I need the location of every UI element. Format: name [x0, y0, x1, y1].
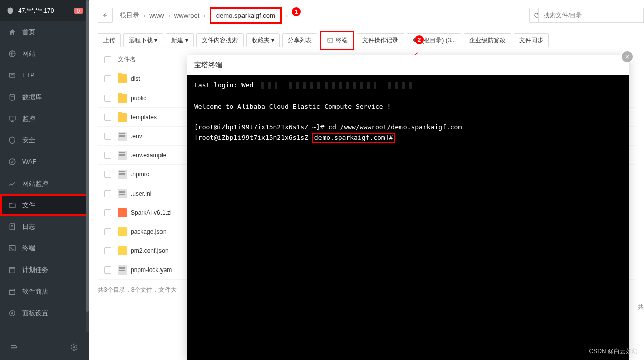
gear-icon[interactable] [70, 343, 78, 351]
arrow-left-icon [102, 12, 108, 18]
row-checkbox[interactable] [104, 152, 111, 159]
search-input[interactable] [538, 8, 644, 23]
select-all-checkbox[interactable] [104, 56, 111, 63]
file-name: .env.example [131, 152, 166, 159]
sidebar-item-security[interactable]: 安全 [0, 129, 89, 151]
sidebar-item-log[interactable]: 日志 [0, 216, 89, 237]
shield-icon [6, 7, 14, 15]
row-checkbox[interactable] [104, 190, 111, 197]
back-button[interactable] [98, 8, 113, 23]
collapse-icon[interactable] [10, 343, 18, 351]
row-checkbox[interactable] [104, 171, 111, 178]
favorites-button[interactable]: 收藏夹 ▾ [246, 33, 280, 47]
svg-point-11 [73, 346, 75, 348]
modal-title: 宝塔终端 [187, 55, 629, 75]
json-icon [118, 227, 127, 236]
doc-icon [118, 265, 127, 275]
defense-button[interactable]: 企业级防篡改 [464, 33, 511, 47]
watermark: CSDN @白云如幻 [589, 347, 638, 356]
row-checkbox[interactable] [104, 95, 111, 102]
sidebar-item-label: 首页 [22, 28, 35, 37]
file-name: .env [131, 133, 142, 140]
sync-button[interactable]: 文件同步 [514, 33, 549, 47]
sidebar-item-label: 监控 [22, 114, 35, 123]
sidebar-item-waf[interactable]: WAF [0, 151, 89, 172]
sidebar-item-terminal[interactable]: 终端 [0, 237, 89, 259]
terminal-icon [8, 244, 16, 252]
row-checkbox[interactable] [104, 75, 111, 82]
row-checkbox[interactable] [104, 228, 111, 235]
sidebar-item-folder[interactable]: 文件 [0, 194, 89, 216]
terminal-modal: 宝塔终端 Last login: Wed Welcome to Alibaba … [187, 55, 629, 360]
remote-download-button[interactable]: 远程下载 ▾ [123, 33, 163, 47]
uptime-icon [8, 179, 16, 188]
summary-right: 共 [638, 303, 644, 311]
waf-icon [8, 158, 16, 166]
sidebar-item-label: WAF [22, 158, 36, 165]
svg-point-2 [10, 94, 14, 96]
file-name: pnpm-lock.yam [131, 266, 172, 274]
log-icon [8, 223, 16, 231]
folder-icon [118, 113, 127, 122]
sidebar-item-store[interactable]: 软件商店 [0, 281, 89, 302]
crumb-wwwroot[interactable]: wwwroot [172, 12, 202, 19]
sidebar-header: 47.***.***.170 0 [0, 0, 89, 21]
terminal-output[interactable]: Last login: Wed Welcome to Alibaba Cloud… [187, 75, 629, 360]
breadcrumb: 根目录› www› wwwroot› demo.sparkaigf.com› [118, 7, 290, 24]
file-name: templates [131, 114, 157, 121]
sidebar-item-monitor[interactable]: 监控 [0, 108, 89, 129]
settings-icon [8, 309, 16, 317]
notification-badge[interactable]: 0 [74, 8, 83, 14]
crumb-www[interactable]: www [147, 12, 166, 19]
sidebar-item-home[interactable]: 首页 [0, 21, 89, 43]
sidebar: 47.***.***.170 0 首页网站FTP数据库监控安全WAF网站监控文件… [0, 0, 89, 360]
sidebar-item-cron[interactable]: 计划任务 [0, 259, 89, 281]
ftp-icon [8, 71, 16, 79]
svg-point-4 [9, 159, 15, 165]
svg-rect-12 [328, 38, 333, 42]
terminal-highlight: demo.sparkaigf.com]# [312, 133, 395, 143]
sidebar-item-database[interactable]: 数据库 [0, 86, 89, 108]
row-checkbox[interactable] [104, 209, 111, 216]
terminal-icon [327, 37, 334, 43]
column-filename[interactable]: 文件名 [118, 55, 136, 64]
close-button[interactable] [621, 50, 634, 63]
zip-icon [118, 208, 127, 217]
store-icon [8, 288, 16, 296]
doc-icon [118, 189, 127, 198]
sidebar-item-label: 安全 [22, 136, 35, 145]
crumb-root[interactable]: 根目录 [118, 11, 141, 20]
cron-icon [8, 266, 16, 274]
file-op-record-button[interactable]: 文件操作记录 [357, 33, 404, 47]
annotation-2: 2 [415, 35, 424, 44]
database-icon [8, 93, 16, 101]
sidebar-item-settings[interactable]: 面板设置 [0, 302, 89, 324]
sidebar-item-label: 面板设置 [22, 309, 48, 318]
sidebar-item-ftp[interactable]: FTP [0, 64, 89, 86]
doc-icon [118, 151, 127, 160]
server-ip: 47.***.***.170 [18, 7, 74, 14]
crumb-current[interactable]: demo.sparkaigf.com [210, 7, 282, 24]
svg-rect-7 [10, 267, 15, 273]
folder-icon [118, 94, 127, 103]
svg-point-9 [11, 312, 13, 314]
sidebar-item-label: 文件 [22, 201, 35, 210]
content-search-button[interactable]: 文件内容搜索 [196, 33, 244, 47]
row-checkbox[interactable] [104, 133, 111, 140]
upload-button[interactable]: 上传 [98, 33, 121, 47]
breadcrumb-row: 根目录› www› wwwroot› demo.sparkaigf.com› [89, 0, 644, 30]
share-list-button[interactable]: 分享列表 [282, 33, 317, 47]
sidebar-item-uptime[interactable]: 网站监控 [0, 172, 89, 194]
terminal-button[interactable]: 终端 [320, 31, 354, 50]
globe-icon [8, 50, 16, 58]
row-checkbox[interactable] [104, 266, 111, 274]
sidebar-item-globe[interactable]: 网站 [0, 43, 89, 64]
doc-icon [118, 132, 127, 141]
sidebar-item-label: 软件商店 [22, 287, 48, 296]
row-checkbox[interactable] [104, 114, 111, 121]
new-button[interactable]: 新建 ▾ [166, 33, 193, 47]
row-checkbox[interactable] [104, 247, 111, 254]
json-icon [118, 246, 127, 255]
svg-rect-1 [10, 73, 15, 77]
file-name: public [131, 95, 146, 102]
